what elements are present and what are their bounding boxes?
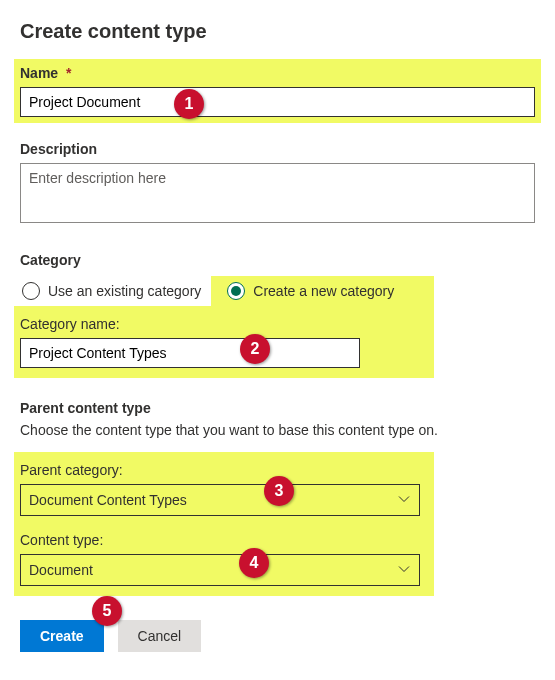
parent-heading: Parent content type xyxy=(20,400,535,416)
name-input[interactable] xyxy=(20,87,535,117)
parent-category-value: Document Content Types xyxy=(29,492,187,508)
description-label: Description xyxy=(20,141,535,157)
name-label-text: Name xyxy=(20,65,58,81)
category-name-label: Category name: xyxy=(20,312,428,332)
radio-new-label: Create a new category xyxy=(253,283,394,299)
category-label: Category xyxy=(20,252,535,268)
radio-dot-icon xyxy=(231,286,241,296)
required-asterisk: * xyxy=(66,65,71,81)
callout-5: 5 xyxy=(92,596,122,626)
radio-existing-category[interactable]: Use an existing category xyxy=(20,276,211,306)
content-type-select[interactable]: Document xyxy=(20,554,420,586)
content-type-value: Document xyxy=(29,562,93,578)
callout-3: 3 xyxy=(264,476,294,506)
category-name-input[interactable] xyxy=(20,338,360,368)
callout-1: 1 xyxy=(174,89,204,119)
radio-circle-selected-icon xyxy=(227,282,245,300)
parent-help-text: Choose the content type that you want to… xyxy=(20,422,535,438)
callout-4: 4 xyxy=(239,548,269,578)
parent-category-select[interactable]: Document Content Types xyxy=(20,484,420,516)
description-input[interactable] xyxy=(20,163,535,223)
cancel-button[interactable]: Cancel xyxy=(118,620,202,652)
create-button[interactable]: Create xyxy=(20,620,104,652)
parent-category-label: Parent category: xyxy=(20,462,428,478)
content-type-label: Content type: xyxy=(20,532,428,548)
name-label: Name * xyxy=(20,65,535,81)
radio-circle-icon xyxy=(22,282,40,300)
page-title: Create content type xyxy=(20,20,535,43)
radio-new-category[interactable]: Create a new category xyxy=(211,276,434,306)
callout-2: 2 xyxy=(240,334,270,364)
radio-existing-label: Use an existing category xyxy=(48,283,201,299)
